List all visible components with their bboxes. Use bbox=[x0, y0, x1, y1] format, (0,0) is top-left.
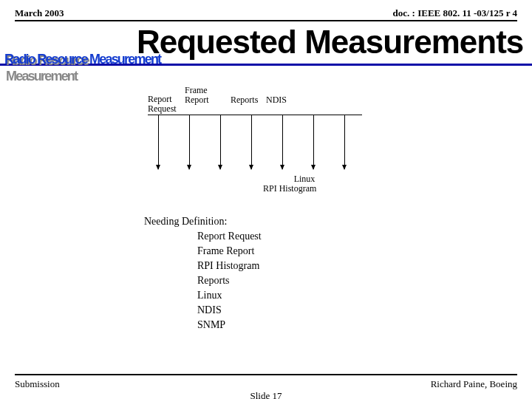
definition-item: SNMP bbox=[144, 318, 262, 332]
title-area: Requested Measurements bbox=[137, 24, 532, 61]
definition-item: Reports bbox=[144, 273, 262, 288]
definition-item: NDIS bbox=[144, 303, 262, 318]
arrow-7 bbox=[344, 115, 345, 169]
label-frame-report: Frame Report bbox=[185, 86, 209, 105]
footer-right: Richard Paine, Boeing bbox=[431, 378, 517, 390]
arrow-2 bbox=[189, 115, 190, 169]
slide-footer: Submission Richard Paine, Boeing Slide 1… bbox=[15, 378, 517, 390]
output-labels: Linux RPI Histogram bbox=[263, 174, 316, 194]
label-ndis: NDIS bbox=[266, 95, 287, 105]
wordart-front: Radio Resource Measurement bbox=[4, 52, 160, 66]
label-report-request: Report Request bbox=[148, 95, 177, 114]
slide-page: March 2003 doc. : IEEE 802. 11 -03/125 r… bbox=[0, 0, 532, 399]
footer-left: Submission bbox=[15, 378, 60, 390]
header-docnum: doc. : IEEE 802. 11 -03/125 r 4 bbox=[393, 7, 517, 19]
definition-item: Report Request bbox=[144, 229, 262, 244]
output-rpi: RPI Histogram bbox=[263, 184, 316, 194]
wordart-sidebar: Radio Resource Measurement Radio Resourc… bbox=[4, 52, 160, 67]
slide-header: March 2003 doc. : IEEE 802. 11 -03/125 r… bbox=[15, 7, 517, 19]
arrow-4 bbox=[251, 115, 252, 169]
definition-item: Frame Report bbox=[144, 244, 262, 259]
arrow-3 bbox=[220, 115, 221, 169]
definition-item: Linux bbox=[144, 288, 262, 303]
arrow-baseline bbox=[148, 115, 362, 115]
label-reports: Reports bbox=[231, 95, 258, 105]
footer-center: Slide 17 bbox=[15, 390, 517, 399]
slide-title: Requested Measurements bbox=[137, 24, 532, 61]
header-rule bbox=[15, 20, 517, 21]
arrow-1 bbox=[158, 115, 159, 169]
arrow-5 bbox=[282, 115, 283, 169]
definition-heading: Needing Definition: bbox=[144, 214, 262, 229]
header-date: March 2003 bbox=[15, 7, 64, 19]
arrow-diagram: Report Request Frame Report Reports NDIS bbox=[148, 103, 362, 192]
arrow-6 bbox=[313, 115, 314, 169]
definition-block: Needing Definition: Report Request Frame… bbox=[144, 214, 262, 332]
footer-rule bbox=[15, 374, 517, 375]
definition-item: RPI Histogram bbox=[144, 259, 262, 273]
